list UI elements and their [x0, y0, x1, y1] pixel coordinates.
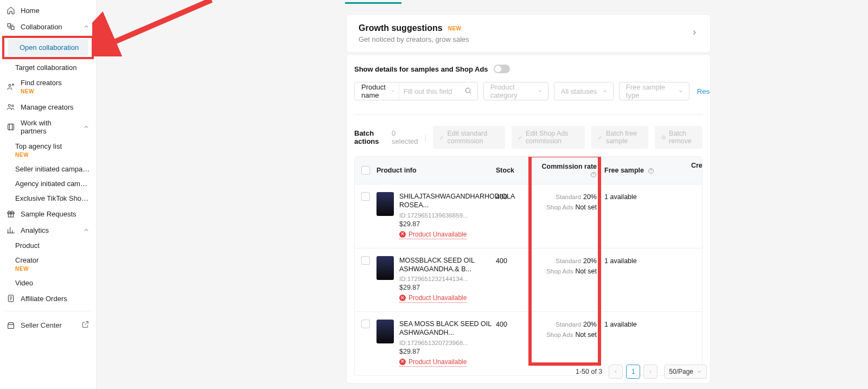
error-icon: ✕ — [399, 295, 406, 301]
status-select[interactable]: All statuses — [554, 82, 614, 100]
orders-icon — [7, 294, 15, 303]
page-number[interactable]: 1 — [626, 365, 640, 379]
details-toggle[interactable] — [494, 65, 510, 73]
next-page-button[interactable] — [643, 365, 658, 379]
page-size-select[interactable]: 50/Page — [664, 365, 707, 379]
nav-top-agency[interactable]: Top agency list NEW — [0, 139, 96, 162]
nav-agency-campaign[interactable]: Agency initiated campa... — [0, 176, 96, 191]
creators-sharing-cell[interactable]: 1 — [686, 320, 703, 329]
nav-open-collaboration[interactable]: Open collaboration — [8, 39, 88, 56]
chevron-down-icon — [602, 88, 608, 94]
nav-analytics-product[interactable]: Product — [0, 238, 96, 253]
product-name-search[interactable]: Product name — [354, 82, 478, 100]
product-name[interactable]: SEA MOSS BLACK SEED OIL ASHWAGANDH... — [399, 320, 492, 337]
svg-rect-1 — [11, 27, 14, 29]
free-sample-cell: 1 available — [604, 192, 686, 201]
table-row: MOSSBLACK SEED OIL ASHWAGANDHA.& B... ID… — [355, 248, 702, 312]
nav-sample-requests-label: Sample Requests — [21, 210, 76, 218]
error-icon: ✕ — [399, 359, 406, 365]
manage-creators-icon — [7, 103, 15, 111]
nav-exclusive[interactable]: Exclusive TikTok Shop c... — [0, 191, 96, 206]
batch-free-label: Batch free sample — [606, 130, 642, 145]
batch-free-sample-button[interactable]: Batch free sample — [591, 126, 648, 149]
nav-analytics-video[interactable]: Video — [0, 276, 96, 290]
nav-sample-requests[interactable]: Sample Requests — [0, 206, 96, 222]
highlight-open-collab: Open collaboration — [2, 36, 94, 59]
nav-seller-center-label: Seller Center — [21, 321, 62, 329]
chevron-right-icon — [691, 29, 698, 38]
products-panel: Show details for samples and Shop Ads Pr… — [346, 54, 711, 384]
commission-cell: Standard20% Shop AdsNot set — [534, 192, 604, 211]
product-name[interactable]: MOSSBLACK SEED OIL ASHWAGANDHA.& B... — [399, 256, 492, 274]
growth-sub: Get noticed by creators, grow sales — [359, 35, 469, 43]
select-all-checkbox[interactable] — [361, 166, 370, 175]
svg-point-4 — [8, 104, 10, 106]
help-icon[interactable] — [648, 168, 654, 174]
chevron-up-icon — [83, 124, 90, 130]
free-sample-type-select[interactable]: Free sample type — [619, 82, 690, 100]
product-thumbnail — [376, 320, 394, 343]
creators-sharing-cell[interactable]: 1 — [686, 256, 703, 265]
external-link-icon — [81, 320, 90, 330]
analytics-icon — [7, 226, 15, 234]
prev-page-button[interactable] — [609, 365, 623, 379]
new-badge: NEW — [15, 266, 29, 272]
nav-affiliate-orders[interactable]: Affiliate Orders — [0, 290, 96, 307]
nav-divider — [5, 311, 91, 311]
product-price: $29.87 — [399, 348, 492, 355]
nav-collaboration[interactable]: Collaboration — [0, 18, 96, 35]
svg-rect-0 — [8, 24, 10, 27]
search-input[interactable] — [399, 87, 459, 95]
product-unavailable: ✕ Product Unavailable — [399, 358, 467, 367]
nav-home[interactable]: Home — [0, 2, 96, 18]
pagination: 1-50 of 3 1 50/Page — [576, 365, 707, 379]
search-field-select[interactable]: Product name — [355, 82, 399, 100]
chevron-down-icon — [697, 369, 702, 374]
help-icon[interactable] — [590, 171, 597, 178]
nav-seller-center[interactable]: Seller Center — [0, 316, 96, 335]
store-icon — [7, 321, 15, 330]
row-checkbox[interactable] — [361, 320, 370, 328]
batch-remove-button[interactable]: Batch remove — [655, 126, 703, 149]
search-field-label: Product name — [361, 83, 388, 99]
nav-analytics-label: Analytics — [21, 226, 49, 234]
nav-seller-campaign[interactable]: Seller initiated campaig... — [0, 162, 96, 176]
reset-filters[interactable]: Reset — [697, 87, 711, 95]
free-sample-cell: 1 available — [604, 256, 686, 265]
nav-analytics-creator[interactable]: Creator NEW — [0, 253, 96, 276]
nav-find-creators[interactable]: Find creators NEW — [0, 75, 96, 99]
nav-target-collaboration[interactable]: Target collaboration — [0, 60, 96, 75]
product-name[interactable]: SHILAJTASHWAGANDHARHODIOLA ROSEA... — [399, 192, 492, 210]
nav-manage-creators[interactable]: Manage creators — [0, 99, 96, 115]
search-icon[interactable] — [459, 87, 477, 96]
row-checkbox[interactable] — [361, 256, 370, 265]
new-badge: NEW — [15, 152, 29, 158]
edit-standard-commission-button[interactable]: Edit standard commission — [433, 126, 505, 149]
creators-sharing-cell[interactable]: 2 — [686, 192, 703, 201]
svg-rect-6 — [8, 124, 14, 130]
product-id: ID:1729651139636859... — [399, 212, 492, 219]
stock-value: 400 — [496, 320, 534, 328]
nav-analytics-creator-label: Creator — [15, 256, 39, 264]
stock-value: 400 — [496, 256, 534, 265]
svg-line-13 — [469, 92, 471, 93]
edit-shop-ads-commission-button[interactable]: Edit Shop Ads commission — [512, 126, 585, 149]
growth-suggestions-card[interactable]: Growth suggestions NEW Get noticed by cr… — [346, 14, 711, 53]
nav-work-with-partners[interactable]: Work with partners — [0, 115, 96, 139]
nav-partners-label: Work with partners — [21, 119, 78, 135]
products-table: Product info Stock Commission rate Free … — [354, 156, 703, 376]
row-checkbox[interactable] — [361, 192, 370, 201]
product-price: $29.87 — [399, 220, 492, 228]
product-id: ID:1729651232144134... — [399, 276, 492, 282]
batch-selected: 0 selected — [392, 129, 418, 145]
nav-analytics[interactable]: Analytics — [0, 222, 96, 238]
toggle-label: Show details for samples and Shop Ads — [354, 65, 488, 73]
th-product-info: Product info — [376, 167, 496, 174]
batch-remove-label: Batch remove — [669, 130, 696, 145]
product-category-select[interactable]: Product category — [483, 82, 548, 100]
collaboration-icon — [7, 22, 15, 31]
product-id: ID:1729651320723968... — [399, 340, 492, 346]
error-icon: ✕ — [399, 231, 406, 238]
product-unavailable: ✕ Product Unavailable — [399, 294, 467, 303]
divider: | — [425, 133, 426, 142]
